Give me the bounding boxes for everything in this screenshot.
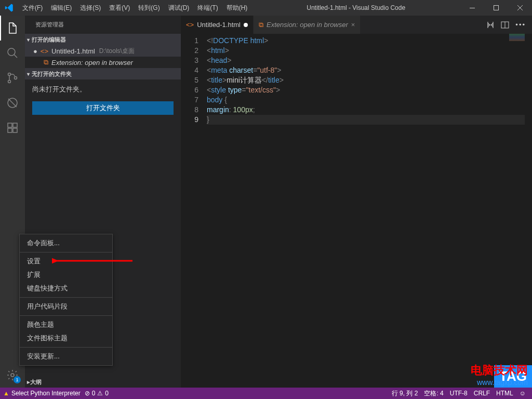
open-editors-label: 打开的编辑器 bbox=[32, 36, 66, 44]
chevron-down-icon: ▾ bbox=[27, 37, 30, 43]
code-line: <head> bbox=[207, 56, 532, 65]
code-editor[interactable]: 123456789 <!DOCTYPE html><html><head><me… bbox=[181, 34, 532, 388]
interpreter-label: Select Python Interpreter bbox=[11, 390, 81, 397]
svg-point-4 bbox=[8, 81, 11, 83]
context-menu-item[interactable]: 用户代码片段 bbox=[20, 300, 112, 313]
open-editors-header[interactable]: ▾ 打开的编辑器 bbox=[25, 34, 181, 45]
vertical-scrollbar[interactable] bbox=[525, 34, 532, 388]
settings-badge: 1 bbox=[14, 376, 21, 383]
menu-item[interactable]: 编辑(E) bbox=[47, 0, 76, 16]
search-icon[interactable] bbox=[0, 41, 25, 65]
menu-item[interactable]: 终端(T) bbox=[193, 0, 222, 16]
encoding-status[interactable]: UTF-8 bbox=[450, 390, 468, 397]
file-icon: <> bbox=[186, 21, 194, 29]
menu-item[interactable]: 选择(S) bbox=[76, 0, 105, 16]
tab-actions: ••• bbox=[486, 16, 532, 34]
outline-header[interactable]: ▸ 大纲 bbox=[25, 376, 181, 388]
debug-icon[interactable] bbox=[0, 90, 25, 115]
file-icon: <> bbox=[41, 47, 48, 55]
menu-bar: 文件(F)编辑(E)选择(S)查看(V)转到(G)调试(D)终端(T)帮助(H) bbox=[18, 0, 251, 16]
open-editor-item[interactable]: ●<>Untitled-1.htmlD:\tools\桌面 bbox=[25, 45, 181, 57]
context-menu-item[interactable]: 键盘快捷方式 bbox=[20, 282, 112, 295]
tab-label: Untitled-1.html bbox=[197, 21, 241, 29]
language-status[interactable]: HTML bbox=[496, 390, 513, 397]
code-line: } bbox=[207, 115, 532, 125]
watermark-title: 电脑技术网 bbox=[471, 363, 528, 378]
svg-rect-7 bbox=[8, 123, 12, 127]
menu-item[interactable]: 转到(G) bbox=[134, 0, 164, 16]
svg-point-5 bbox=[15, 77, 17, 79]
context-menu-item[interactable]: 文件图标主题 bbox=[20, 331, 112, 345]
feedback-icon[interactable]: ☺ bbox=[520, 390, 526, 397]
window-controls bbox=[460, 0, 532, 16]
error-count: 0 bbox=[92, 390, 96, 397]
menu-separator bbox=[20, 315, 112, 316]
code-line: <style type="text/css"> bbox=[207, 85, 532, 95]
context-menu-item[interactable]: 设置 bbox=[20, 255, 112, 268]
extensions-icon[interactable] bbox=[0, 115, 25, 140]
menu-separator bbox=[20, 297, 112, 298]
vscode-logo-icon bbox=[0, 3, 18, 12]
compare-icon[interactable] bbox=[486, 21, 495, 29]
svg-rect-1 bbox=[494, 6, 499, 10]
context-menu-item[interactable]: 颜色主题 bbox=[20, 318, 112, 331]
menu-item[interactable]: 帮助(H) bbox=[222, 0, 252, 16]
editor-tab[interactable]: ⧉Extension: open in browser× bbox=[254, 16, 361, 34]
svg-rect-8 bbox=[8, 128, 12, 132]
svg-point-11 bbox=[11, 374, 14, 377]
cursor-position[interactable]: 行 9, 列 2 bbox=[392, 389, 418, 398]
explorer-icon[interactable] bbox=[0, 16, 25, 41]
settings-gear-icon[interactable]: 1 bbox=[0, 363, 25, 388]
code-line: body { bbox=[207, 95, 532, 105]
menu-item[interactable]: 文件(F) bbox=[18, 0, 47, 16]
line-gutter: 123456789 bbox=[181, 36, 207, 388]
code-line: <html> bbox=[207, 46, 532, 56]
menu-separator bbox=[20, 347, 112, 348]
dirty-indicator: ● bbox=[33, 47, 37, 55]
editor-area: <>Untitled-1.html⧉Extension: open in bro… bbox=[181, 16, 532, 388]
close-icon[interactable]: × bbox=[351, 21, 355, 29]
file-icon: ⧉ bbox=[44, 58, 48, 66]
context-menu-item[interactable]: 扩展 bbox=[20, 268, 112, 282]
svg-point-3 bbox=[8, 73, 11, 76]
problems-status[interactable]: ⊘0 ⚠0 bbox=[85, 390, 109, 397]
minimize-button[interactable] bbox=[460, 0, 484, 16]
dirty-indicator bbox=[244, 23, 248, 27]
close-button[interactable] bbox=[508, 0, 532, 16]
context-menu-item[interactable]: 安装更新... bbox=[20, 350, 112, 363]
open-folder-button[interactable]: 打开文件夹 bbox=[32, 101, 174, 115]
file-icon: ⧉ bbox=[259, 21, 263, 29]
menu-separator bbox=[20, 252, 112, 252]
code-line: margin: 100px; bbox=[207, 105, 532, 115]
code-lines: <!DOCTYPE html><html><head><meta charset… bbox=[207, 36, 532, 388]
error-icon: ⊘ bbox=[85, 390, 90, 397]
source-control-icon[interactable] bbox=[0, 65, 25, 90]
indent-status[interactable]: 空格: 4 bbox=[424, 389, 443, 398]
svg-point-2 bbox=[8, 48, 15, 56]
titlebar: 文件(F)编辑(E)选择(S)查看(V)转到(G)调试(D)终端(T)帮助(H)… bbox=[0, 0, 532, 16]
editor-tab[interactable]: <>Untitled-1.html bbox=[181, 16, 254, 34]
outline-label: 大纲 bbox=[30, 378, 42, 386]
chevron-down-icon: ▾ bbox=[27, 71, 30, 77]
open-editor-item[interactable]: ⧉Extension: open in browser bbox=[25, 57, 181, 68]
maximize-button[interactable] bbox=[484, 0, 508, 16]
python-interpreter-status[interactable]: ▲ Select Python Interpreter bbox=[3, 390, 81, 397]
split-editor-icon[interactable] bbox=[501, 21, 509, 29]
code-line: <!DOCTYPE html> bbox=[207, 36, 532, 46]
eol-status[interactable]: CRLF bbox=[474, 390, 490, 397]
window-title: Untitled-1.html - Visual Studio Code bbox=[251, 4, 460, 11]
warning-icon: ⚠ bbox=[97, 390, 103, 397]
menu-item[interactable]: 调试(D) bbox=[164, 0, 194, 16]
svg-rect-9 bbox=[13, 128, 17, 132]
menu-item[interactable]: 查看(V) bbox=[105, 0, 134, 16]
watermark-url: www.tagxp.com bbox=[471, 378, 528, 387]
warning-count: 0 bbox=[105, 390, 109, 397]
tab-label: Extension: open in browser bbox=[267, 21, 348, 29]
minimap[interactable] bbox=[509, 34, 525, 41]
context-menu-item[interactable]: 命令面板... bbox=[20, 236, 112, 250]
editor-tabs: <>Untitled-1.html⧉Extension: open in bro… bbox=[181, 16, 532, 34]
warning-icon: ▲ bbox=[3, 390, 9, 397]
more-icon[interactable]: ••• bbox=[515, 21, 526, 29]
no-folder-header[interactable]: ▾ 无打开的文件夹 bbox=[25, 68, 181, 79]
file-name: Extension: open in browser bbox=[51, 59, 133, 66]
